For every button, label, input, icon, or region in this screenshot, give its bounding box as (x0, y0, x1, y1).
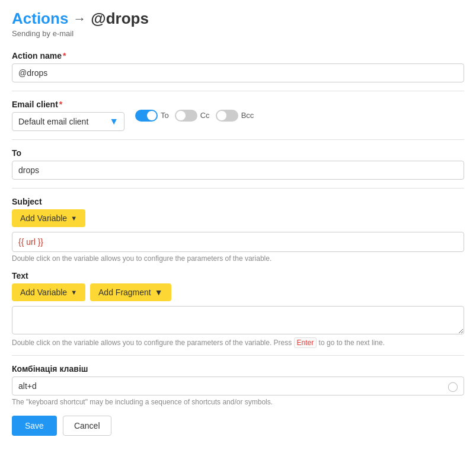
email-client-section: Email client* Default email client Gmail… (12, 100, 124, 131)
action-name-input[interactable] (12, 63, 464, 82)
shortcut-hint: The "keyboard shortcut" may be including… (12, 398, 464, 406)
email-client-select-wrapper: Default email client Gmail Outlook ▼ (12, 112, 124, 131)
subject-variable-input[interactable] (12, 232, 464, 252)
subject-hint: Double click on the variable allows you … (12, 254, 464, 263)
cancel-button[interactable]: Cancel (63, 416, 111, 436)
action-name-label: Action name* (12, 51, 464, 60)
toggle-to-item: To (135, 110, 169, 122)
action-name-section: Action name* (12, 51, 464, 82)
toggle-bcc-item: Bcc (216, 110, 254, 122)
toggle-bcc[interactable] (216, 110, 238, 122)
to-input[interactable] (12, 161, 464, 180)
shortcut-input-wrapper: ◯ (12, 377, 464, 395)
text-hint: Double click on the variable allows you … (12, 339, 464, 347)
text-area-input[interactable] (12, 306, 464, 334)
chevron-down-icon: ▼ (155, 288, 163, 297)
breadcrumb-arrow: → (73, 11, 86, 27)
toggle-bcc-label: Bcc (241, 111, 254, 120)
enter-keyword: Enter (294, 337, 317, 348)
action-buttons: Save Cancel (12, 416, 464, 436)
page-subtitle: Sending by e-mail (12, 29, 464, 38)
divider-3 (12, 188, 464, 189)
email-client-label: Email client* (12, 100, 124, 109)
text-label: Text (12, 271, 464, 280)
shortcut-section: Комбінація клавіш ◯ The "keyboard shortc… (12, 364, 464, 406)
text-add-fragment-button[interactable]: Add Fragment ▼ (90, 283, 171, 301)
to-label: To (12, 148, 464, 158)
subject-label: Subject (12, 197, 464, 206)
breadcrumb: Actions → @drops (12, 9, 464, 28)
divider-4 (12, 355, 464, 356)
subject-section: Subject Add Variable ▼ Double click on t… (12, 197, 464, 263)
chevron-down-icon: ▼ (71, 215, 77, 222)
toggle-group: To Cc Bcc (135, 110, 254, 122)
chevron-down-icon: ▼ (71, 289, 77, 296)
email-client-select[interactable]: Default email client Gmail Outlook (12, 112, 124, 131)
text-section: Text Add Variable ▼ Add Fragment ▼ Doubl… (12, 271, 464, 347)
breadcrumb-actions-link[interactable]: Actions (12, 9, 68, 28)
to-section: To (12, 148, 464, 180)
text-add-variable-button[interactable]: Add Variable ▼ (12, 283, 85, 301)
subject-btn-row: Add Variable ▼ (12, 209, 464, 227)
divider-2 (12, 139, 464, 140)
save-button[interactable]: Save (12, 416, 57, 436)
subject-add-variable-button[interactable]: Add Variable ▼ (12, 209, 85, 227)
toggle-to-label: To (161, 111, 169, 120)
breadcrumb-current: @drops (91, 9, 149, 28)
email-client-row: Email client* Default email client Gmail… (12, 100, 464, 131)
shortcut-label: Комбінація клавіш (12, 364, 464, 374)
toggle-cc-label: Cc (200, 111, 210, 120)
text-btn-row: Add Variable ▼ Add Fragment ▼ (12, 283, 464, 301)
toggle-to[interactable] (135, 110, 158, 122)
shortcut-input[interactable] (12, 377, 464, 395)
toggle-cc-item: Cc (175, 110, 210, 122)
toggle-cc[interactable] (175, 110, 197, 122)
clear-icon[interactable]: ◯ (448, 381, 458, 392)
divider-1 (12, 91, 464, 91)
